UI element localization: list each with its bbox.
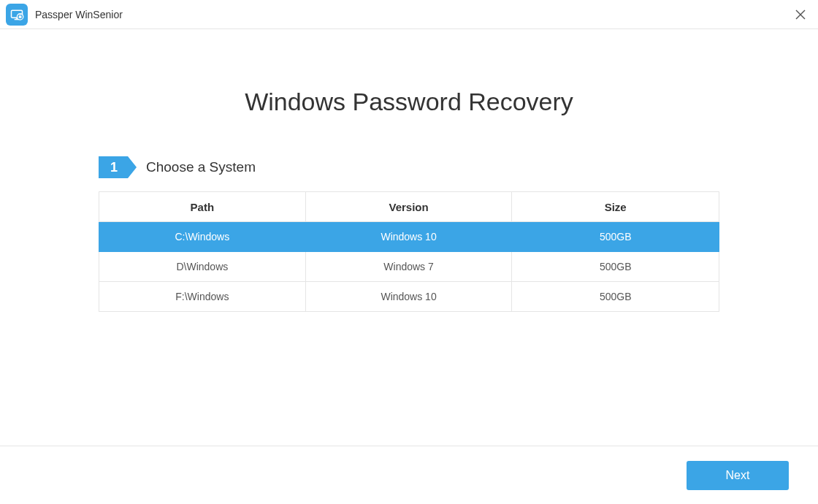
page-title: Windows Password Recovery: [0, 88, 818, 116]
cell-version: Windows 10: [305, 222, 512, 252]
header-size: Size: [512, 192, 719, 222]
cell-path: D\Windows: [99, 252, 306, 282]
footer: Next: [0, 446, 818, 504]
table-row[interactable]: F:\WindowsWindows 10500GB: [99, 282, 719, 312]
app-icon: [6, 4, 28, 26]
header-path: Path: [99, 192, 306, 222]
titlebar-left: Passper WinSenior: [6, 4, 123, 26]
step-number: 1: [99, 156, 129, 178]
cell-version: Windows 10: [305, 282, 512, 312]
step-label: Choose a System: [146, 159, 256, 175]
step-indicator: 1 Choose a System: [99, 156, 719, 178]
system-table: Path Version Size C:\WindowsWindows 1050…: [99, 191, 719, 312]
cell-path: F:\Windows: [99, 282, 306, 312]
cell-version: Windows 7: [305, 252, 512, 282]
header-version: Version: [305, 192, 512, 222]
titlebar: Passper WinSenior: [0, 0, 818, 29]
cell-size: 500GB: [512, 282, 719, 312]
app-title: Passper WinSenior: [35, 9, 123, 20]
table-row[interactable]: C:\WindowsWindows 10500GB: [99, 222, 719, 252]
table-row[interactable]: D\WindowsWindows 7500GB: [99, 252, 719, 282]
cell-size: 500GB: [512, 252, 719, 282]
svg-rect-4: [19, 16, 22, 18]
step-badge: 1: [99, 156, 135, 178]
cell-size: 500GB: [512, 222, 719, 252]
next-button[interactable]: Next: [687, 461, 789, 490]
content: Windows Password Recovery 1 Choose a Sys…: [0, 88, 818, 312]
inner-container: 1 Choose a System Path Version Size C:\W…: [99, 156, 719, 312]
cell-path: C:\Windows: [99, 222, 306, 252]
table-header-row: Path Version Size: [99, 192, 719, 222]
close-button[interactable]: [789, 3, 812, 26]
close-icon: [795, 9, 806, 20]
